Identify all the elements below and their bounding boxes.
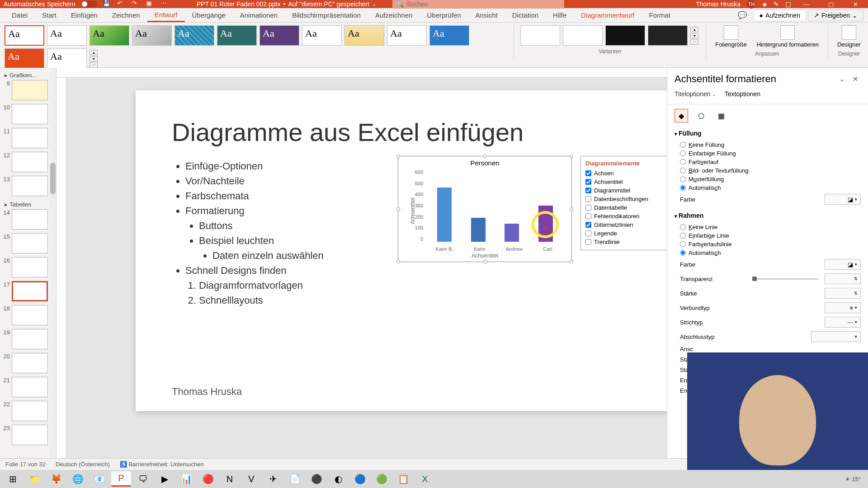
transparency-slider[interactable] bbox=[752, 278, 818, 280]
language-indicator[interactable]: Deutsch (Österreich) bbox=[56, 461, 110, 468]
app-icon[interactable]: 📄 bbox=[285, 471, 305, 487]
obs-icon[interactable]: ⚫ bbox=[307, 471, 326, 487]
slide-thumb[interactable] bbox=[12, 152, 48, 172]
slide-thumb[interactable] bbox=[12, 104, 48, 124]
tab-diagrammentwurf[interactable]: Diagrammentwurf bbox=[574, 8, 642, 22]
tab-ansicht[interactable]: Ansicht bbox=[468, 8, 505, 22]
save-icon[interactable]: 💾 bbox=[103, 0, 112, 9]
chart-element-item[interactable]: Achsen bbox=[585, 169, 667, 178]
app-icon[interactable]: ◐ bbox=[328, 471, 348, 487]
vlc-icon[interactable]: ▶ bbox=[155, 471, 175, 487]
tab-ueberpruefen[interactable]: Überprüfen bbox=[420, 8, 468, 22]
theme-thumb[interactable]: Aa bbox=[175, 25, 214, 46]
section-border[interactable]: Rahmen bbox=[675, 212, 861, 219]
tab-animationen[interactable]: Animationen bbox=[233, 8, 285, 22]
line-option[interactable]: Farbverlaufslinie bbox=[675, 240, 861, 249]
slide-thumb[interactable] bbox=[12, 401, 48, 421]
chart-plot[interactable]: Achsentitel 600 500 400 300 200 100 0 bbox=[423, 169, 562, 246]
app-icon[interactable]: 🟢 bbox=[372, 471, 392, 487]
tab-dictation[interactable]: Dictation bbox=[505, 8, 546, 22]
gallery-more-button[interactable]: ▴▾⋯ bbox=[90, 48, 99, 69]
search-input[interactable] bbox=[406, 0, 561, 8]
slide-title[interactable]: Diagramme aus Excel einfügen bbox=[172, 117, 667, 147]
compound-dropdown[interactable]: ≡ ▾ bbox=[825, 302, 861, 313]
pen-icon[interactable]: ✎ bbox=[774, 0, 779, 8]
slide-thumb[interactable] bbox=[12, 176, 48, 196]
designer-button[interactable]: Designer bbox=[835, 25, 863, 48]
firefox-icon[interactable]: 🦊 bbox=[46, 471, 66, 487]
chart-bar[interactable] bbox=[471, 218, 486, 242]
slide-thumb[interactable] bbox=[12, 353, 48, 373]
dash-dropdown[interactable]: ⋯ ▾ bbox=[825, 317, 861, 328]
outlook-icon[interactable]: 📧 bbox=[90, 471, 109, 487]
avatar[interactable]: TH bbox=[747, 0, 756, 9]
slide-thumb[interactable] bbox=[12, 257, 48, 277]
tab-einfuegen[interactable]: Einfügen bbox=[64, 8, 105, 22]
variant-thumb[interactable] bbox=[563, 25, 603, 46]
chart-element-item[interactable]: Fehlerindikatoren bbox=[585, 212, 667, 221]
size-props-icon[interactable]: ▦ bbox=[714, 109, 728, 122]
share-button[interactable]: ↗ Freigeben ⌄ bbox=[808, 9, 863, 21]
theme-thumb[interactable]: Aa bbox=[132, 25, 172, 46]
telegram-icon[interactable]: ✈ bbox=[263, 471, 283, 487]
chart-element-item[interactable]: Diagrammtitel bbox=[585, 186, 667, 195]
line-option[interactable]: Automatisch bbox=[675, 249, 861, 257]
variant-thumb[interactable] bbox=[520, 25, 560, 46]
redo-icon[interactable]: ↷ bbox=[132, 0, 141, 9]
tab-bildschirm[interactable]: Bildschirmpräsentation bbox=[285, 8, 368, 22]
chart-element-item[interactable]: Gitternetzlinien bbox=[585, 221, 667, 229]
file-explorer-icon[interactable]: 📁 bbox=[24, 471, 44, 487]
chart-element-item[interactable]: Achsentitel bbox=[585, 178, 667, 186]
accessibility-check[interactable]: ♿ Barrierefreiheit: Untersuchen bbox=[120, 461, 204, 468]
collapse-ribbon-icon[interactable]: 💬 bbox=[733, 11, 751, 19]
fill-option[interactable]: Automatisch bbox=[675, 183, 861, 192]
variant-more-button[interactable]: ▴▾⋯ bbox=[690, 25, 699, 46]
pane-close-icon[interactable]: ✕ bbox=[850, 74, 861, 84]
transparency-value[interactable]: ⇅ bbox=[825, 273, 861, 284]
chevron-down-icon[interactable]: ⌄ bbox=[372, 1, 376, 7]
app-icon[interactable]: 🔵 bbox=[350, 471, 370, 487]
slide-panel[interactable]: ▸ Grafiken... 9 10 11 12 13 ▸ Tabellen 1… bbox=[0, 68, 57, 463]
slide-size-button[interactable]: Foliengröße bbox=[712, 25, 749, 48]
app-icon[interactable]: 📊 bbox=[176, 471, 196, 487]
close-button[interactable]: ✕ bbox=[846, 0, 864, 8]
line-option[interactable]: Keine Linie bbox=[675, 223, 861, 231]
line-option[interactable]: Einfarbige Linie bbox=[675, 231, 861, 240]
panel-group[interactable]: ▸ Grafiken... bbox=[2, 70, 54, 80]
format-background-button[interactable]: Hintergrund formatieren bbox=[754, 25, 821, 48]
visio-icon[interactable]: V bbox=[241, 471, 261, 487]
theme-thumb[interactable]: Aa bbox=[302, 25, 342, 46]
slide-thumb[interactable] bbox=[12, 329, 48, 349]
chart-bar[interactable] bbox=[437, 188, 452, 242]
window-icon[interactable]: ▢ bbox=[785, 0, 791, 8]
theme-thumb[interactable]: Aa bbox=[47, 48, 87, 69]
weather-tray[interactable]: ☀ 15° bbox=[845, 476, 861, 483]
slide-thumb-active[interactable] bbox=[12, 281, 48, 301]
slide-thumb[interactable] bbox=[12, 377, 48, 397]
tab-entwurf[interactable]: Entwurf bbox=[147, 8, 185, 22]
app-icon[interactable]: 📋 bbox=[393, 471, 413, 487]
tab-uebergaenge[interactable]: Übergänge bbox=[185, 8, 233, 22]
maximize-button[interactable]: ▢ bbox=[822, 0, 840, 8]
chart-element-item[interactable]: Datenbeschriftungen bbox=[585, 195, 667, 203]
diamond-icon[interactable]: ◈ bbox=[762, 0, 767, 8]
tab-datei[interactable]: Datei bbox=[5, 8, 35, 22]
variant-thumb[interactable] bbox=[605, 25, 645, 46]
chart-element-item[interactable]: Datentabelle bbox=[585, 203, 667, 212]
onenote-icon[interactable]: N bbox=[220, 471, 240, 487]
undo-icon[interactable]: ↶ bbox=[117, 0, 126, 9]
tab-start[interactable]: Start bbox=[35, 8, 64, 22]
line-color-picker[interactable]: ◪ ▾ bbox=[825, 259, 861, 270]
width-value[interactable]: ⇅ bbox=[825, 288, 861, 299]
theme-thumb[interactable]: Aa bbox=[5, 25, 44, 46]
theme-thumb[interactable]: Aa bbox=[217, 25, 257, 46]
section-fill[interactable]: Füllung bbox=[675, 130, 861, 137]
chart-element-item[interactable]: Trendlinie bbox=[585, 238, 667, 246]
fill-option[interactable]: Einfarbige Füllung bbox=[675, 149, 861, 158]
slide-thumb[interactable] bbox=[12, 80, 48, 100]
chart-element-item[interactable]: Legende bbox=[585, 229, 667, 238]
fill-line-icon[interactable]: ◆ bbox=[675, 109, 688, 122]
tab-format[interactable]: Format bbox=[642, 8, 678, 22]
slide-thumb[interactable] bbox=[12, 233, 48, 253]
x-axis-title[interactable]: Achsentitel bbox=[398, 253, 571, 259]
